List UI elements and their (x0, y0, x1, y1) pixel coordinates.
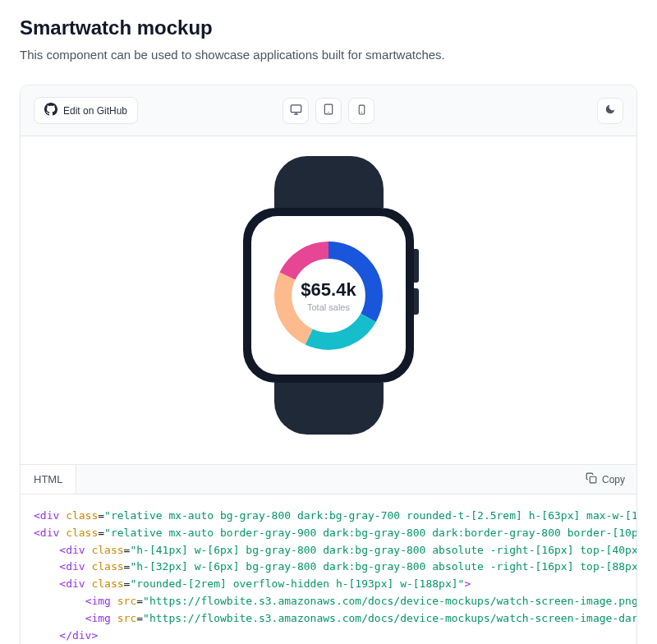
svg-rect-0 (291, 104, 301, 112)
code-tab-html[interactable]: HTML (21, 465, 76, 494)
viewport-tablet-button[interactable] (315, 98, 342, 124)
mobile-icon (356, 104, 367, 117)
edit-button-label: Edit on GitHub (63, 105, 127, 117)
watch-crown-top (414, 249, 419, 283)
moon-icon (604, 104, 616, 117)
preview-area: $65.4k Total sales (21, 136, 636, 464)
viewport-mobile-button[interactable] (348, 98, 374, 124)
code-block: <div class="relative mx-auto bg-gray-800… (21, 494, 636, 644)
tablet-icon (323, 104, 334, 117)
component-card: Edit on GitHub (20, 85, 637, 644)
watch-crown-bottom (414, 288, 419, 315)
chart-center-label: Total sales (307, 302, 350, 312)
watch-bottom-strap (274, 383, 384, 435)
code-header: HTML Copy (21, 464, 636, 494)
chart-center-value: $65.4k (301, 279, 356, 301)
edit-on-github-button[interactable]: Edit on GitHub (34, 97, 138, 124)
github-icon (44, 103, 57, 118)
watch-top-strap (274, 156, 384, 208)
watch-screen: $65.4k Total sales (251, 216, 406, 375)
dark-mode-toggle[interactable] (597, 98, 623, 124)
page-subtitle: This component can be used to showcase a… (20, 48, 637, 62)
donut-chart: $65.4k Total sales (268, 235, 389, 356)
copy-button[interactable]: Copy (574, 466, 636, 493)
toolbar: Edit on GitHub (21, 85, 636, 136)
svg-rect-5 (359, 105, 365, 114)
watch-body: $65.4k Total sales (243, 208, 414, 383)
svg-rect-11 (590, 476, 596, 483)
viewport-desktop-button[interactable] (283, 98, 309, 124)
copy-icon (586, 472, 597, 486)
page-title: Smartwatch mockup (20, 16, 637, 39)
smartwatch-mockup: $65.4k Total sales (243, 156, 414, 435)
copy-label: Copy (602, 474, 625, 485)
desktop-icon (290, 104, 302, 118)
